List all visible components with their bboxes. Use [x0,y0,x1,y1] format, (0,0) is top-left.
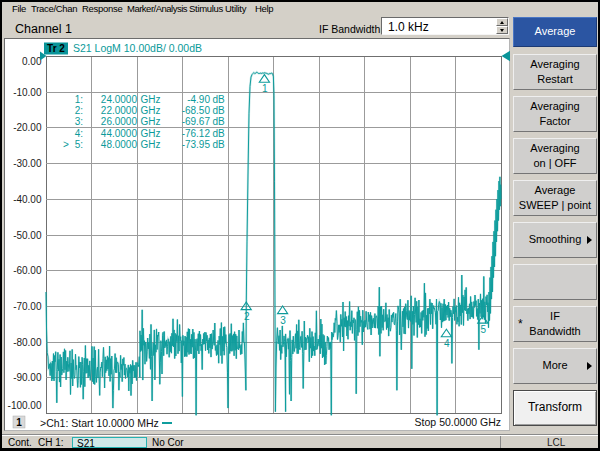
svg-text:GHz: GHz [141,116,161,127]
svg-text:24.0000: 24.0000 [101,94,138,105]
svg-text:1: 1 [16,417,22,428]
svg-text:GHz: GHz [141,139,161,150]
svg-text:-10.00: -10.00 [13,87,42,98]
svg-text:-30.00: -30.00 [13,158,42,169]
svg-text:1:: 1: [75,94,83,105]
svg-text:GHz: GHz [141,128,161,139]
svg-text:-80.00: -80.00 [13,337,42,348]
svg-text:dB: dB [213,94,226,105]
svg-text:-73.95: -73.95 [182,139,211,150]
svg-text:2:: 2: [75,105,83,116]
svg-text:Stop 50.0000 GHz: Stop 50.0000 GHz [415,416,501,428]
svg-text:-76.12: -76.12 [182,128,211,139]
svg-text:44.0000: 44.0000 [101,128,138,139]
svg-text:GHz: GHz [141,105,161,116]
svg-text:-69.67: -69.67 [182,116,211,127]
svg-text:0.00: 0.00 [22,56,42,67]
svg-text:2: 2 [244,311,250,322]
svg-text:1: 1 [262,83,268,94]
svg-text:-20.00: -20.00 [13,122,42,133]
svg-text:22.0000: 22.0000 [101,105,138,116]
svg-text:>: > [63,139,69,150]
svg-text:Tr 2: Tr 2 [47,43,65,54]
svg-text:-4.90: -4.90 [187,94,210,105]
svg-text:-50.00: -50.00 [13,230,42,241]
svg-text:GHz: GHz [141,94,161,105]
svg-text:dB: dB [213,128,226,139]
svg-text:26.0000: 26.0000 [101,116,138,127]
svg-text:3:: 3: [75,116,83,127]
svg-text:-68.50: -68.50 [182,105,211,116]
svg-text:4:: 4: [75,128,83,139]
svg-text:-40.00: -40.00 [13,194,42,205]
svg-text:dB: dB [213,105,226,116]
svg-text:dB: dB [213,139,226,150]
svg-text:S21 LogM 10.00dB/ 0.00dB: S21 LogM 10.00dB/ 0.00dB [73,42,202,54]
svg-text:-60.00: -60.00 [13,265,42,276]
svg-text:5: 5 [481,324,487,335]
svg-text:4: 4 [444,338,450,349]
svg-text:5:: 5: [75,139,83,150]
svg-text:dB: dB [213,116,226,127]
svg-text:-100.00: -100.00 [8,400,42,411]
svg-text:>Ch1: Start 10.0000 MHz: >Ch1: Start 10.0000 MHz [40,417,159,429]
svg-text:3: 3 [280,315,286,326]
svg-text:-90.00: -90.00 [13,372,42,383]
svg-text:-70.00: -70.00 [13,301,42,312]
svg-text:48.0000: 48.0000 [101,139,138,150]
